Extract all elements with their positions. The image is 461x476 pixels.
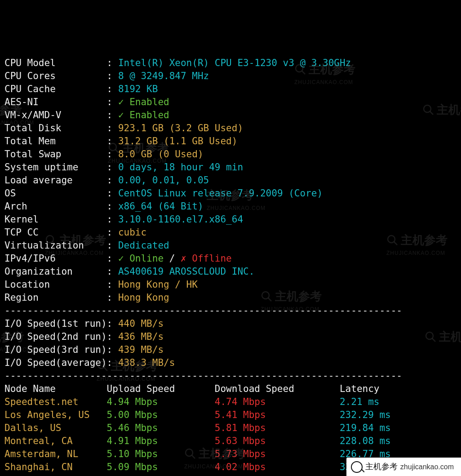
info-row: Region : Hong Kong bbox=[4, 291, 457, 304]
info-label: VM-x/AMD-V bbox=[4, 110, 107, 120]
speed-latency: 219.84 ms bbox=[340, 423, 391, 433]
info-label: Total Disk bbox=[4, 123, 107, 133]
colon: : bbox=[107, 201, 118, 212]
col-node: Node Name bbox=[4, 383, 107, 394]
info-row: Location : Hong Kong / HK bbox=[4, 278, 457, 291]
io-value: 439 MB/s bbox=[118, 344, 164, 355]
colon: : bbox=[107, 266, 118, 277]
info-value: ✓ Enabled bbox=[118, 110, 169, 120]
info-label: Organization bbox=[4, 266, 107, 277]
info-value: CentOS Linux release 7.9.2009 (Core) bbox=[118, 188, 323, 199]
colon: : bbox=[107, 214, 118, 225]
info-value: 3.10.0-1160.el7.x86_64 bbox=[118, 214, 243, 225]
speed-download: 5.41 Mbps bbox=[215, 409, 340, 420]
io-row: I/O Speed(1st run): 440 MB/s bbox=[4, 317, 457, 330]
info-label: Virtualization bbox=[4, 240, 107, 251]
info-value: 8192 KB bbox=[118, 84, 158, 94]
info-value: ✓ Enabled bbox=[118, 97, 169, 107]
terminal-output: CPU Model : Intel(R) Xeon(R) CPU E3-1230… bbox=[4, 57, 457, 476]
colon: : bbox=[107, 136, 118, 147]
io-value: 436 MB/s bbox=[118, 331, 164, 342]
info-label: AES-NI bbox=[4, 97, 107, 107]
col-latency: Latency bbox=[340, 383, 380, 394]
info-row: OS : CentOS Linux release 7.9.2009 (Core… bbox=[4, 187, 457, 200]
speed-node: Dallas, US bbox=[4, 423, 107, 433]
info-label: CPU Model bbox=[4, 58, 107, 68]
footer-banner: 主机参考 zhujicankao.com bbox=[346, 458, 461, 476]
separator: / bbox=[164, 253, 181, 264]
info-value: 8.0 GB (0 Used) bbox=[118, 149, 204, 160]
colon: : bbox=[107, 84, 118, 94]
info-row: Total Mem : 31.2 GB (1.1 GB Used) bbox=[4, 135, 457, 148]
info-row: VM-x/AMD-V : ✓ Enabled bbox=[4, 109, 457, 122]
info-value: 31.2 GB (1.1 GB Used) bbox=[118, 136, 238, 147]
colon: : bbox=[107, 253, 118, 264]
info-value: AS400619 AROSSCLOUD INC. bbox=[118, 266, 254, 277]
info-row: TCP CC : cubic bbox=[4, 226, 457, 239]
speed-node: Amsterdam, NL bbox=[4, 449, 107, 459]
info-value: Dedicated bbox=[118, 240, 169, 251]
info-label: Region bbox=[4, 292, 107, 303]
colon: : bbox=[107, 357, 118, 368]
info-label: CPU Cache bbox=[4, 84, 107, 94]
ipv6-status: ✗ Offline bbox=[181, 253, 232, 264]
info-label: IPv4/IPv6 bbox=[4, 253, 107, 264]
ipv4-status: ✓ Online bbox=[118, 253, 164, 264]
speed-header: Node Name Upload Speed Download Speed La… bbox=[4, 383, 457, 396]
info-row: CPU Cores : 8 @ 3249.847 MHz bbox=[4, 70, 457, 83]
magnifier-icon bbox=[351, 461, 363, 473]
speed-latency: 228.08 ms bbox=[340, 436, 391, 446]
io-value: 438.3 MB/s bbox=[118, 357, 175, 368]
info-row: Kernel : 3.10.0-1160.el7.x86_64 bbox=[4, 213, 457, 226]
info-label: System uptime bbox=[4, 162, 107, 173]
colon: : bbox=[107, 110, 118, 120]
speed-download: 4.02 Mbps bbox=[215, 462, 340, 472]
io-row: I/O Speed(2nd run): 436 MB/s bbox=[4, 330, 457, 343]
info-value: 8 @ 3249.847 MHz bbox=[118, 71, 209, 81]
colon: : bbox=[107, 123, 118, 133]
colon: : bbox=[107, 149, 118, 160]
io-row: I/O Speed(average): 438.3 MB/s bbox=[4, 356, 457, 369]
speed-download: 5.63 Mbps bbox=[215, 436, 340, 446]
colon: : bbox=[107, 318, 118, 329]
info-value: cubic bbox=[118, 227, 146, 238]
colon: : bbox=[107, 162, 118, 173]
info-value: 0.00, 0.01, 0.05 bbox=[118, 175, 209, 186]
info-value: 0 days, 18 hour 49 min bbox=[118, 162, 243, 173]
speed-node: Speedtest.net bbox=[4, 396, 107, 407]
colon: : bbox=[107, 71, 118, 81]
colon: : bbox=[107, 279, 118, 290]
info-row: Load average : 0.00, 0.01, 0.05 bbox=[4, 174, 457, 187]
speed-upload: 4.91 Mbps bbox=[107, 436, 215, 446]
info-value: x86_64 (64 Bit) bbox=[118, 201, 204, 212]
footer-url: zhujicankao.com bbox=[400, 460, 454, 473]
info-row: CPU Model : Intel(R) Xeon(R) CPU E3-1230… bbox=[4, 57, 457, 70]
info-value: Hong Kong / HK bbox=[118, 279, 198, 290]
info-label: CPU Cores bbox=[4, 71, 107, 81]
info-value: Hong Kong bbox=[118, 292, 169, 303]
speed-row: Speedtest.net 4.94 Mbps 4.74 Mbps 2.21 m… bbox=[4, 396, 457, 409]
separator-line: ----------------------------------------… bbox=[4, 369, 457, 383]
io-row: I/O Speed(3rd run): 439 MB/s bbox=[4, 343, 457, 356]
info-label: Load average bbox=[4, 175, 107, 186]
info-row: Arch : x86_64 (64 Bit) bbox=[4, 200, 457, 213]
info-row: Total Disk : 923.1 GB (3.2 GB Used) bbox=[4, 122, 457, 135]
info-row: Virtualization : Dedicated bbox=[4, 239, 457, 252]
speed-latency: 232.29 ms bbox=[340, 409, 391, 420]
speed-upload: 5.09 Mbps bbox=[107, 462, 215, 472]
col-upload: Upload Speed bbox=[107, 383, 215, 394]
info-row: IPv4/IPv6 : ✓ Online / ✗ Offline bbox=[4, 252, 457, 265]
info-label: Kernel bbox=[4, 214, 107, 225]
speed-upload: 5.00 Mbps bbox=[107, 409, 215, 420]
speed-node: Shanghai, CN bbox=[4, 462, 107, 472]
info-label: OS bbox=[4, 188, 107, 199]
speed-node: Montreal, CA bbox=[4, 436, 107, 446]
info-value: 923.1 GB (3.2 GB Used) bbox=[118, 123, 243, 133]
info-row: AES-NI : ✓ Enabled bbox=[4, 96, 457, 109]
speed-node: Los Angeles, US bbox=[4, 409, 107, 420]
info-value: Intel(R) Xeon(R) CPU E3-1230 v3 @ 3.30GH… bbox=[118, 58, 351, 68]
info-row: System uptime : 0 days, 18 hour 49 min bbox=[4, 161, 457, 174]
speed-download: 5.73 Mbps bbox=[215, 449, 340, 459]
io-label: I/O Speed(2nd run) bbox=[4, 331, 107, 342]
colon: : bbox=[107, 175, 118, 186]
